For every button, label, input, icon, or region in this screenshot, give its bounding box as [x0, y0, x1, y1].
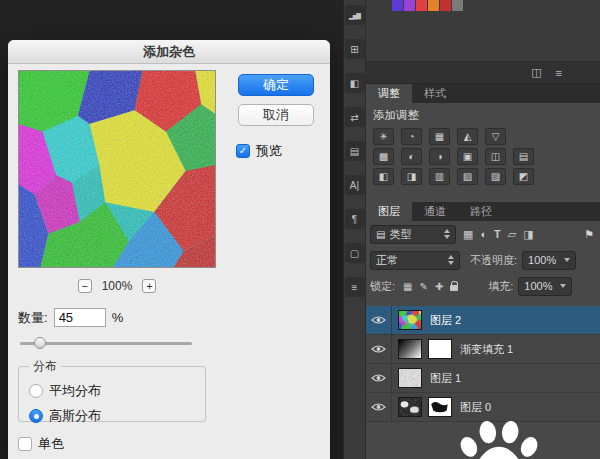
icon-glyph: ⊞	[350, 44, 358, 55]
adjustment-icon-lookup[interactable]: ▤	[513, 148, 534, 165]
adjustment-icon-levels[interactable]: ◔	[401, 128, 422, 145]
adjustment-icon-hue-sat[interactable]: ▩	[373, 148, 394, 165]
right-panels: ◫ ≡ 调整 样式 添加调整 ☀ ◔ ▦ ◭ ▽ ▩ ◐ ◑ ▣ ◫ ▤	[366, 0, 600, 459]
adjustment-icon-curves[interactable]: ▦	[429, 128, 450, 145]
filter-pixel-layers-icon[interactable]: ▦	[463, 228, 473, 241]
properties-panel-icon[interactable]: ≡	[345, 277, 365, 297]
adjustment-icon-vibrance[interactable]: ▽	[485, 128, 506, 145]
navigator-panel-icon[interactable]: ⊞	[345, 39, 365, 59]
filter-adjustment-layers-icon[interactable]: ◐	[480, 228, 487, 240]
fill-value: 100%	[524, 280, 552, 292]
panel-menu-icon[interactable]: ≡	[556, 67, 562, 79]
color-swatch[interactable]	[440, 0, 451, 11]
adjustment-icon-exposure[interactable]: ◭	[457, 128, 478, 145]
adjustment-icon-bw[interactable]: ◑	[429, 148, 450, 165]
adjustment-icon-fill[interactable]: ◩	[513, 168, 534, 185]
fill-dropdown[interactable]: 100%	[518, 277, 572, 296]
filter-smart-objects-icon[interactable]: ◨	[523, 228, 533, 241]
color-swatch[interactable]	[452, 0, 463, 11]
distribution-legend: 分布	[29, 358, 61, 375]
gaussian-radio[interactable]	[29, 409, 43, 423]
zoom-out-button[interactable]: −	[78, 279, 92, 293]
color-swatch[interactable]	[392, 0, 403, 11]
adjustment-icon-selective-color[interactable]: ▨	[485, 168, 506, 185]
collapse-panels-icon[interactable]: ◫	[531, 66, 541, 79]
character-panel-icon[interactable]: A|	[345, 175, 365, 195]
adjustment-icon-color-balance[interactable]: ◐	[401, 148, 422, 165]
color-swatch[interactable]	[404, 0, 415, 11]
chevron-down-icon	[560, 284, 566, 288]
lock-image-pixels-icon[interactable]: ✎	[420, 281, 428, 292]
histogram-panel-icon[interactable]: ▂▅▇	[345, 5, 365, 25]
tab-layers[interactable]: 图层	[366, 202, 412, 221]
opacity-dropdown[interactable]: 100%	[522, 251, 576, 270]
zoom-in-button[interactable]: +	[142, 279, 156, 293]
adjustment-icon-posterize[interactable]: ◨	[401, 168, 422, 185]
adjustments-tabbar: 调整 样式	[366, 84, 600, 103]
layer-thumbnail[interactable]	[398, 397, 422, 417]
lock-transparent-pixels-icon[interactable]: ▦	[403, 281, 412, 292]
chevron-down-icon	[564, 258, 570, 262]
adjustment-icon-invert[interactable]: ◧	[373, 168, 394, 185]
adjustment-icon-gradient-map[interactable]: ▧	[457, 168, 478, 185]
amount-input[interactable]	[54, 308, 106, 327]
swatches-panel	[366, 0, 600, 62]
stepper-icon	[448, 255, 454, 265]
filter-type-layers-icon[interactable]: T	[494, 228, 501, 240]
cancel-button[interactable]: 取消	[238, 104, 314, 126]
gradient-fill-thumbnail[interactable]	[398, 339, 422, 359]
adjustment-icon-photo-filter[interactable]: ▣	[457, 148, 478, 165]
layer-thumbnail[interactable]	[398, 368, 422, 388]
noise-preview-image[interactable]	[18, 70, 216, 268]
visibility-toggle[interactable]	[366, 364, 392, 392]
visibility-toggle[interactable]	[366, 393, 392, 421]
layer-row-layer-1[interactable]: 图层 1	[366, 364, 600, 393]
lock-position-icon[interactable]: ✚	[435, 281, 443, 292]
notes-panel-icon[interactable]: ▢	[345, 243, 365, 263]
layer-row-layer-0[interactable]: 图层 0	[366, 393, 600, 422]
preview-checkbox[interactable]: ✓	[236, 144, 250, 158]
layer-thumbnail[interactable]	[398, 310, 422, 330]
lock-all-icon[interactable]	[450, 285, 458, 291]
adjustment-icon-brightness[interactable]: ☀	[373, 128, 394, 145]
history-panel-icon[interactable]: ▤	[345, 141, 365, 161]
icon-glyph: ◧	[350, 78, 359, 89]
monochrome-checkbox[interactable]	[18, 437, 32, 451]
tab-channels[interactable]: 通道	[412, 202, 458, 221]
actions-panel-icon[interactable]: ⇄	[345, 107, 365, 127]
icon-glyph: ▤	[350, 146, 359, 157]
filter-toggle-icon[interactable]: ⚑	[584, 228, 594, 241]
amount-row: 数量: %	[18, 308, 123, 327]
visibility-toggle[interactable]	[366, 335, 392, 363]
layer-mask-thumbnail[interactable]	[428, 397, 452, 417]
uniform-radio[interactable]	[29, 384, 43, 398]
visibility-toggle[interactable]	[366, 306, 392, 334]
panel-dock-strip: ▂▅▇ ⊞ ◧ ⇄ ▤ A| ¶ ▢ ≡	[343, 0, 366, 459]
icon-glyph: ⇄	[350, 112, 358, 123]
add-noise-dialog: 添加杂色 确定 取消 ✓ 预览 − 100% + 数量: %	[8, 40, 330, 459]
adjustment-icon-channel-mixer[interactable]: ◫	[485, 148, 506, 165]
color-swatch[interactable]	[416, 0, 427, 11]
ok-button[interactable]: 确定	[238, 74, 314, 96]
kind-icon: ▤	[376, 229, 385, 240]
layer-row-layer-2[interactable]: 图层 2	[366, 306, 600, 335]
layer-mask-thumbnail[interactable]	[428, 339, 452, 359]
kind-filter-dropdown[interactable]: ▤ 类型	[370, 225, 456, 244]
swatch-row	[392, 0, 463, 11]
amount-slider[interactable]	[20, 336, 192, 350]
color-swatch[interactable]	[428, 0, 439, 11]
filter-shape-layers-icon[interactable]: ▱	[508, 228, 516, 241]
paragraph-panel-icon[interactable]: ¶	[345, 209, 365, 229]
tab-styles[interactable]: 样式	[412, 84, 458, 103]
blend-mode-dropdown[interactable]: 正常	[370, 251, 460, 270]
adjustment-icon-threshold[interactable]: ▥	[429, 168, 450, 185]
filter-row: ▤ 类型 ▦ ◐ T ▱ ◨ ⚑	[366, 221, 600, 247]
info-panel-icon[interactable]: ◧	[345, 73, 365, 93]
layers-tabbar: 图层 通道 路径	[366, 202, 600, 221]
slider-thumb[interactable]	[34, 337, 46, 349]
tab-paths[interactable]: 路径	[458, 202, 504, 221]
monochrome-label: 单色	[38, 435, 64, 453]
tab-adjustments[interactable]: 调整	[366, 84, 412, 103]
paw-logo	[455, 421, 543, 459]
layer-row-gradient-fill-1[interactable]: 渐变填充 1	[366, 335, 600, 364]
